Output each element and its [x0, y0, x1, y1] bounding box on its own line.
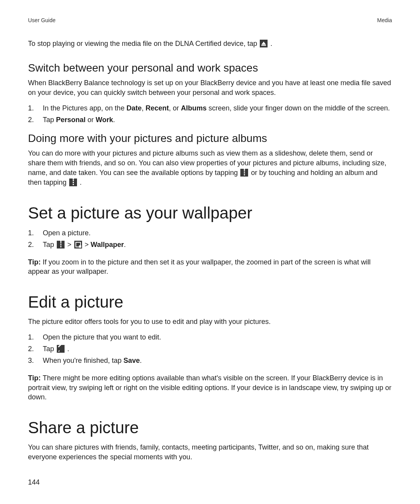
switch-steps: 1. In the Pictures app, on the Date, Rec… [28, 103, 392, 126]
list-item: 2. Tap . [28, 344, 392, 355]
tip-text: If you zoom in to the picture and then s… [28, 258, 371, 276]
more-icon [240, 169, 248, 177]
step-text: Tap . [43, 344, 392, 355]
step-number: 2. [28, 344, 43, 355]
list-item: 3. When you're finished, tap Save. [28, 355, 392, 366]
step-text: Open the picture that you want to edit. [43, 332, 392, 343]
share-heading: Share a picture [28, 418, 392, 437]
switch-heading: Switch between your personal and work sp… [28, 62, 392, 74]
edit-steps: 1. Open the picture that you want to edi… [28, 332, 392, 366]
edit-tip: Tip: There might be more editing options… [28, 373, 392, 402]
step-number: 3. [28, 355, 43, 366]
page-number: 144 [28, 478, 392, 486]
page-header: User Guide Media [28, 17, 392, 23]
wallpaper-tip: Tip: If you zoom in to the picture and t… [28, 257, 392, 277]
wallpaper-steps: 1. Open a picture. 2. Tap > > Wallpaper. [28, 228, 392, 250]
step-number: 2. [28, 115, 43, 126]
list-item: 2. Tap > > Wallpaper. [28, 240, 392, 250]
step-text: When you're finished, tap Save. [43, 355, 392, 366]
tip-label: Tip: [28, 258, 43, 266]
doing-heading: Doing more with your pictures and pictur… [28, 132, 392, 145]
step-number: 1. [28, 103, 43, 114]
tip-label: Tip: [28, 374, 43, 382]
doing-paragraph: You can do more with your pictures and p… [28, 149, 392, 187]
step-text: In the Pictures app, on the Date, Recent… [43, 103, 392, 114]
stop-icon [260, 40, 268, 47]
step-number: 2. [28, 240, 43, 250]
header-left: User Guide [28, 17, 56, 23]
share-paragraph: You can share pictures with friends, fam… [28, 443, 392, 462]
step-number: 1. [28, 332, 43, 343]
set-as-icon [74, 241, 82, 248]
step-text: Open a picture. [43, 228, 392, 239]
list-item: 1. Open the picture that you want to edi… [28, 332, 392, 343]
step-number: 1. [28, 228, 43, 239]
header-right: Media [377, 17, 392, 23]
list-item: 1. In the Pictures app, on the Date, Rec… [28, 103, 392, 114]
page: User Guide Media To stop playing or view… [0, 0, 420, 502]
switch-paragraph: When BlackBerry Balance technology is se… [28, 78, 392, 98]
intro-paragraph: To stop playing or viewing the media fil… [28, 40, 392, 48]
edit-icon [57, 345, 65, 353]
list-item: 2. Tap Personal or Work. [28, 115, 392, 126]
list-item: 1. Open a picture. [28, 228, 392, 239]
step-text: Tap Personal or Work. [43, 115, 392, 126]
wallpaper-heading: Set a picture as your wallpaper [28, 204, 392, 222]
edit-paragraph: The picture editor offers tools for you … [28, 317, 392, 327]
intro-text-post: . [270, 40, 272, 47]
step-text: Tap > > Wallpaper. [43, 240, 392, 250]
more-icon [69, 178, 77, 186]
tip-text: There might be more editing options avai… [28, 374, 391, 401]
more-icon [57, 241, 65, 248]
edit-heading: Edit a picture [28, 293, 392, 312]
intro-text-pre: To stop playing or viewing the media fil… [28, 40, 259, 47]
